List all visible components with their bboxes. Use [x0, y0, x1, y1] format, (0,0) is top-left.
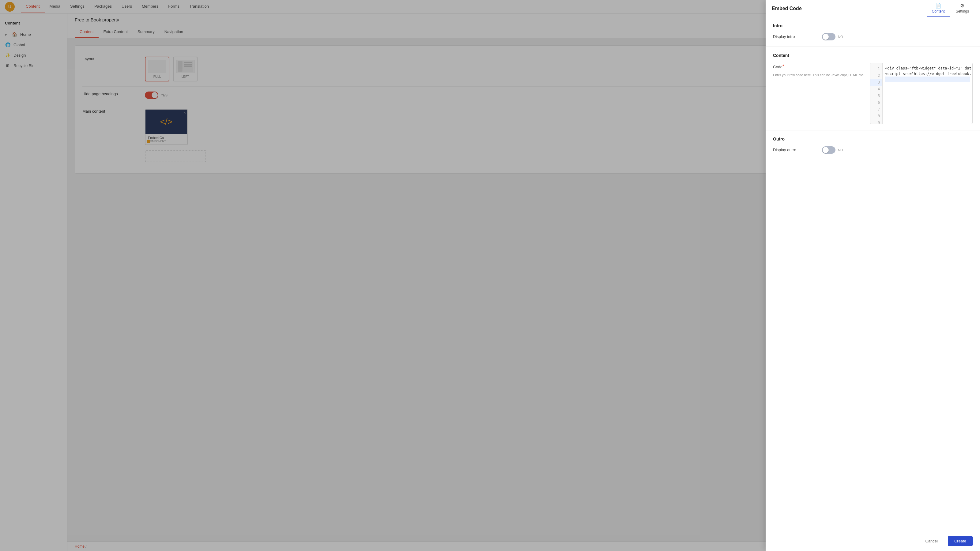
code-label: Code — [773, 64, 783, 69]
code-line-5 — [885, 87, 970, 93]
code-content[interactable]: <div class="ftb-widget" data-id="2" data… — [883, 63, 972, 124]
line-num-5: 5 — [870, 92, 882, 99]
line-num-4: 4 — [870, 86, 882, 92]
line-num-1: 1 — [870, 65, 882, 72]
code-line-8 — [885, 104, 970, 110]
create-button[interactable]: Create — [948, 536, 973, 546]
panel-body: Intro Display intro NO Content Code* — [766, 17, 980, 531]
panel-tab-content-label: Content — [932, 9, 945, 13]
display-intro-toggle-wrap: NO — [822, 33, 843, 40]
required-star: * — [783, 64, 784, 69]
panel-header-tabs: 📄 Content ⚙ Settings — [927, 0, 974, 16]
line-num-7: 7 — [870, 106, 882, 113]
panel-tab-settings[interactable]: ⚙ Settings — [951, 0, 974, 16]
code-line-10 — [885, 115, 970, 121]
outro-section-title: Outro — [773, 137, 973, 141]
code-line-9 — [885, 110, 970, 115]
panel-tab-settings-label: Settings — [956, 9, 969, 13]
display-intro-value: NO — [838, 35, 843, 38]
content-section-title: Content — [773, 53, 973, 58]
outro-section: Outro Display outro NO — [766, 130, 980, 160]
panel-footer: Cancel Create — [766, 531, 980, 551]
display-outro-toggle-wrap: NO — [822, 146, 843, 154]
settings-tab-icon: ⚙ — [960, 3, 964, 9]
panel-header: Embed Code 📄 Content ⚙ Settings — [766, 0, 980, 17]
line-num-8: 8 — [870, 113, 882, 119]
cancel-button[interactable]: Cancel — [919, 536, 944, 546]
panel-tab-content[interactable]: 📄 Content — [927, 0, 950, 16]
line-num-3: 3 — [870, 79, 882, 86]
display-outro-label: Display outro — [773, 146, 816, 152]
display-intro-label: Display intro — [773, 33, 816, 39]
line-num-6: 6 — [870, 99, 882, 106]
line-num-2: 2 — [870, 72, 882, 79]
code-label-wrap: Code* Enter your raw code here. This can… — [773, 63, 864, 78]
display-outro-row: Display outro NO — [773, 146, 973, 154]
line-num-9: 9 — [870, 119, 882, 124]
panel-title: Embed Code — [772, 6, 802, 11]
code-line-2: <script src="https://widget.freetobook.c… — [885, 71, 970, 76]
content-tab-icon: 📄 — [935, 3, 942, 9]
code-line-6 — [885, 93, 970, 98]
content-section: Content Code* Enter your raw code here. … — [766, 47, 980, 130]
code-description-wrap: Enter your raw code here. This can be Ja… — [773, 72, 864, 78]
code-line-1: <div class="ftb-widget" data-id="2" data… — [885, 65, 970, 71]
display-outro-toggle[interactable] — [822, 146, 835, 154]
overlay-backdrop: Embed Code 📄 Content ⚙ Settings Intro Di… — [0, 0, 980, 551]
display-intro-row: Display intro NO — [773, 33, 973, 40]
code-line-3 — [885, 76, 970, 82]
code-description: Enter your raw code here. This can be Ja… — [773, 73, 864, 77]
display-outro-value: NO — [838, 148, 843, 152]
intro-section: Intro Display intro NO — [766, 17, 980, 47]
embed-code-panel: Embed Code 📄 Content ⚙ Settings Intro Di… — [766, 0, 980, 551]
code-field-row: Code* Enter your raw code here. This can… — [773, 63, 973, 124]
display-intro-toggle[interactable] — [822, 33, 835, 40]
code-line-numbers: 1 2 3 4 5 6 7 8 9 10 11 — [870, 63, 883, 124]
code-line-7 — [885, 98, 970, 104]
code-editor[interactable]: 1 2 3 4 5 6 7 8 9 10 11 — [870, 63, 973, 124]
code-line-11 — [885, 121, 970, 124]
intro-section-title: Intro — [773, 23, 973, 28]
code-line-4 — [885, 82, 970, 87]
